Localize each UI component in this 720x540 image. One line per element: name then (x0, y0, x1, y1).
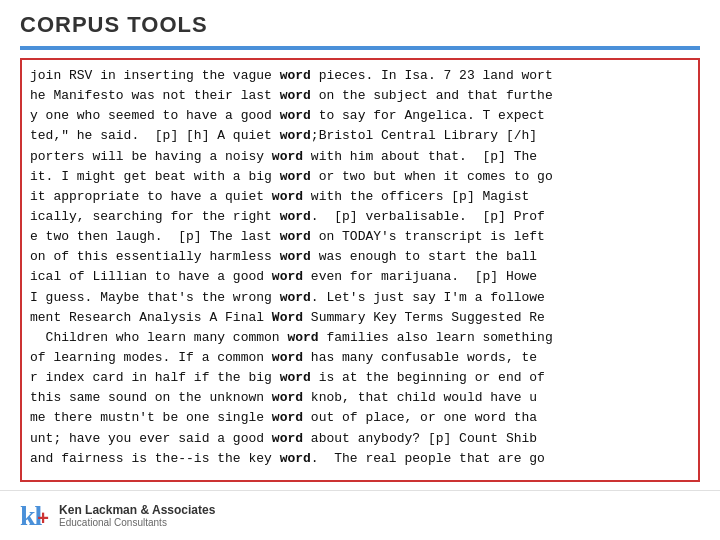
concordance-keyword: word (272, 189, 303, 204)
concordance-keyword: word (280, 229, 311, 244)
concordance-left: me there mustn't be one single (30, 410, 272, 425)
concordance-left: it. I might get beat with a big (30, 169, 280, 184)
concordance-right: . [p] verbalisable. [p] Prof (311, 209, 545, 224)
concordance-right: . The real people that are go (311, 451, 545, 466)
concordance-keyword: Word (272, 310, 303, 325)
footer: kl+ Ken Lackman & Associates Educational… (0, 490, 720, 540)
concordance-line: I guess. Maybe that's the wrong word. Le… (30, 288, 690, 308)
concordance-left: and fairness is the--is the key (30, 451, 280, 466)
logo-plus: + (37, 507, 49, 530)
concordance-right: with him about that. [p] The (303, 149, 537, 164)
concordance-keyword: word (280, 249, 311, 264)
concordance-line: it. I might get beat with a big word or … (30, 167, 690, 187)
concordance-left: join RSV in inserting the vague (30, 68, 280, 83)
concordance-keyword: word (272, 410, 303, 425)
concordance-line: r index card in half if the big word is … (30, 368, 690, 388)
concordance-left: ically, searching for the right (30, 209, 280, 224)
concordance-keyword: word (280, 290, 311, 305)
concordance-right: knob, that child would have u (303, 390, 537, 405)
concordance-line: it appropriate to have a quiet word with… (30, 187, 690, 207)
concordance-left: unt; have you ever said a good (30, 431, 272, 446)
concordance-right: ;Bristol Central Library [/h] (311, 128, 537, 143)
concordance-line: of learning modes. If a common word has … (30, 348, 690, 368)
concordance-right: to say for Angelica. T expect (311, 108, 545, 123)
logo-container: kl+ Ken Lackman & Associates Educational… (20, 502, 215, 530)
concordance-keyword: word (272, 149, 303, 164)
concordance-left: this same sound on the unknown (30, 390, 272, 405)
concordance-line: this same sound on the unknown word knob… (30, 388, 690, 408)
concordance-line: Children who learn many common word fami… (30, 328, 690, 348)
concordance-right: on the subject and that furthe (311, 88, 553, 103)
concordance-left: I guess. Maybe that's the wrong (30, 290, 280, 305)
concordance-left: e two then laugh. [p] The last (30, 229, 280, 244)
concordance-lines: join RSV in inserting the vague word pie… (22, 60, 698, 475)
concordance-left: on of this essentially harmless (30, 249, 280, 264)
concordance-line: join RSV in inserting the vague word pie… (30, 66, 690, 86)
concordance-keyword: word (280, 68, 311, 83)
concordance-left: ment Research Analysis A Final (30, 310, 272, 325)
concordance-line: e two then laugh. [p] The last word on T… (30, 227, 690, 247)
concordance-right: about anybody? [p] Count Shib (303, 431, 537, 446)
concordance-right: was enough to start the ball (311, 249, 537, 264)
concordance-right: out of place, or one word tha (303, 410, 537, 425)
concordance-line: porters will be having a noisy word with… (30, 147, 690, 167)
concordance-line: unt; have you ever said a good word abou… (30, 429, 690, 449)
concordance-right: even for marijuana. [p] Howe (303, 269, 537, 284)
concordance-right: families also learn something (319, 330, 553, 345)
concordance-keyword: word (280, 451, 311, 466)
concordance-line: ically, searching for the right word. [p… (30, 207, 690, 227)
concordance-left: ted," he said. [p] [h] A quiet (30, 128, 280, 143)
concordance-area: join RSV in inserting the vague word pie… (20, 58, 700, 482)
company-name: Ken Lackman & Associates (59, 503, 215, 517)
concordance-left: it appropriate to have a quiet (30, 189, 272, 204)
concordance-right: . Let's just say I'm a followe (311, 290, 545, 305)
page-title: CORPUS TOOLS (20, 12, 700, 38)
concordance-left: Children who learn many common (30, 330, 287, 345)
concordance-left: y one who seemed to have a good (30, 108, 280, 123)
concordance-line: on of this essentially harmless word was… (30, 247, 690, 267)
concordance-keyword: word (272, 269, 303, 284)
concordance-keyword: word (287, 330, 318, 345)
concordance-line: ical of Lillian to have a good word even… (30, 267, 690, 287)
concordance-keyword: word (272, 390, 303, 405)
concordance-keyword: word (280, 370, 311, 385)
concordance-keyword: word (280, 128, 311, 143)
concordance-line: and fairness is the--is the key word. Th… (30, 449, 690, 469)
concordance-left: ical of Lillian to have a good (30, 269, 272, 284)
concordance-left: he Manifesto was not their last (30, 88, 280, 103)
concordance-right: is at the beginning or end of (311, 370, 545, 385)
concordance-line: he Manifesto was not their last word on … (30, 86, 690, 106)
concordance-right: has many confusable words, te (303, 350, 537, 365)
concordance-keyword: word (280, 88, 311, 103)
logo-text: Ken Lackman & Associates Educational Con… (59, 503, 215, 528)
concordance-right: pieces. In Isa. 7 23 land wort (311, 68, 553, 83)
concordance-left: porters will be having a noisy (30, 149, 272, 164)
concordance-line: y one who seemed to have a good word to … (30, 106, 690, 126)
concordance-right: on TODAY's transcript is left (311, 229, 545, 244)
company-subtitle: Educational Consultants (59, 517, 215, 528)
concordance-keyword: word (272, 350, 303, 365)
concordance-right: Summary Key Terms Suggested Re (303, 310, 545, 325)
concordance-left: r index card in half if the big (30, 370, 280, 385)
concordance-line: ment Research Analysis A Final Word Summ… (30, 308, 690, 328)
concordance-keyword: word (280, 169, 311, 184)
concordance-line: ted," he said. [p] [h] A quiet word;Bris… (30, 126, 690, 146)
header: CORPUS TOOLS (0, 0, 720, 46)
concordance-keyword: word (280, 108, 311, 123)
concordance-line: me there mustn't be one single word out … (30, 408, 690, 428)
concordance-keyword: word (280, 209, 311, 224)
concordance-right: with the officers [p] Magist (303, 189, 529, 204)
concordance-keyword: word (272, 431, 303, 446)
concordance-right: or two but when it comes to go (311, 169, 553, 184)
concordance-left: of learning modes. If a common (30, 350, 272, 365)
page-container: CORPUS TOOLS join RSV in inserting the v… (0, 0, 720, 540)
blue-bar (20, 46, 700, 50)
